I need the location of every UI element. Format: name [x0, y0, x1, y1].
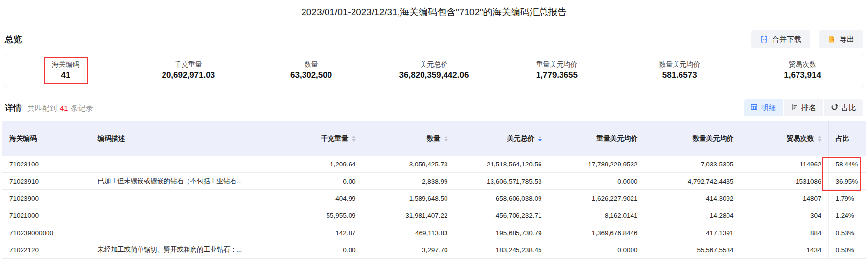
export-file-icon [828, 35, 836, 43]
sort-asc-icon [538, 136, 542, 138]
column-label: 编码描述 [98, 134, 125, 143]
table-row[interactable]: 71023900 404.99 1,589,648.50 658,606,038… [2, 190, 866, 207]
usd-per-weight-cell: 17,789,229.9532 [549, 156, 645, 173]
stat-value: 1,673,914 [784, 70, 821, 81]
trade-count-cell: 304 [741, 207, 828, 224]
column-label: 海关编码 [9, 134, 37, 143]
sort-desc-icon-active [538, 139, 542, 142]
kg-weight-cell: 1,209.64 [271, 156, 363, 173]
ranking-icon [791, 103, 798, 112]
description-cell [91, 207, 271, 224]
kg-weight-cell: 142.87 [271, 224, 363, 241]
hs-code-cell: 71023100 [2, 156, 91, 173]
usd-total-cell: 183,245,238.45 [455, 241, 549, 259]
merge-download-button[interactable]: 合并下载 [751, 30, 810, 48]
table-icon [751, 103, 758, 112]
tab-detail[interactable]: 明细 [744, 99, 783, 116]
stat-label: 千克重量 [162, 59, 215, 69]
quantity-cell: 1,589,648.50 [363, 190, 455, 207]
overview-header: 总览 合并下载 [0, 29, 868, 49]
column-label: 数量 [427, 134, 441, 143]
tab-detail-label: 明细 [761, 103, 776, 113]
sort-icons [818, 136, 821, 142]
ratio-cell: 36.95% [828, 173, 866, 190]
match-count: 41 [60, 104, 68, 112]
export-button[interactable]: 导出 [819, 30, 863, 48]
column-label: 占比 [836, 134, 849, 143]
usd-per-quantity-cell: 55,567.5534 [645, 241, 741, 259]
trade-count-cell: 14807 [741, 190, 828, 207]
usd-total-cell: 456,706,232.71 [455, 207, 549, 224]
merge-download-label: 合并下载 [772, 35, 801, 44]
kg-weight-cell: 404.99 [271, 190, 363, 207]
table-row[interactable]: 71023100 1,209.64 3,059,425.73 21,518,56… [2, 156, 866, 173]
ratio-cell: 0.50% [828, 241, 866, 259]
overview-actions: 合并下载 导出 [751, 30, 863, 48]
quantity-cell: 3,297.70 [363, 241, 455, 259]
usd-per-weight-cell: 8,162.0141 [549, 207, 645, 224]
column-label: 美元总价 [507, 134, 535, 143]
description-cell [91, 190, 271, 207]
sort-asc-icon [352, 136, 356, 138]
stat-label: 海关编码 [52, 59, 79, 69]
stat-label: 数量美元均价 [659, 59, 700, 69]
table-row[interactable]: 71022120 未经加工或简单锯切、劈开或粗磨的工业钻石：... 0.00 3… [2, 241, 866, 259]
overview-stats-card: 海关编码 41 千克重量 20,692,971.03 数量 63,302,500… [4, 54, 864, 87]
tab-ratio[interactable]: 占比 [824, 99, 863, 116]
usd-total-cell: 195,685,730.79 [455, 224, 549, 241]
usd-per-quantity-cell: 7,033.5305 [645, 156, 741, 173]
description-cell [91, 224, 271, 241]
trade-count-cell: 884 [741, 224, 828, 241]
hs-code-cell: 710239000000 [2, 224, 91, 241]
column-label: 贸易次数 [787, 134, 814, 143]
table-row[interactable]: 71023910 已加工但未镶嵌或镶嵌的钻石（不包括工业钻石... 0.00 2… [2, 173, 866, 190]
usd-per-quantity-cell: 414.3092 [645, 190, 741, 207]
column-header-kg-weight[interactable]: 千克重量 [271, 121, 363, 156]
data-table: 海关编码 编码描述 千克重量 数量 美元总价 重量美元均价 [2, 121, 866, 259]
column-header-trade-count[interactable]: 贸易次数 [741, 121, 828, 156]
column-header-quantity[interactable]: 数量 [363, 121, 455, 156]
stat-value: 36,820,359,442.06 [399, 70, 469, 81]
stat-value: 41 [52, 70, 79, 81]
quantity-cell: 3,059,425.73 [363, 156, 455, 173]
stat-value: 581.6573 [659, 70, 700, 81]
usd-per-weight-cell: 1,369,676.8446 [549, 224, 645, 241]
column-header-usd-total[interactable]: 美元总价 [455, 121, 549, 156]
stat-usd-total: 美元总价 36,820,359,442.06 [373, 57, 495, 84]
column-label: 数量美元均价 [693, 134, 734, 143]
match-count-text: 共匹配到41条记录 [27, 104, 93, 113]
stat-label: 数量 [290, 59, 332, 69]
stat-hs-code: 海关编码 41 [4, 57, 127, 84]
sort-desc-icon [444, 139, 448, 142]
pie-chart-icon [831, 103, 838, 112]
column-label: 重量美元均价 [597, 134, 638, 143]
usd-total-cell: 13,606,571,785.53 [455, 173, 549, 190]
quantity-cell: 31,981,407.22 [363, 207, 455, 224]
column-header-usd-per-weight: 重量美元均价 [549, 121, 645, 156]
description-cell: 已加工但未镶嵌或镶嵌的钻石（不包括工业钻石... [91, 173, 271, 190]
table-row[interactable]: 71021000 55,955.09 31,981,407.22 456,706… [2, 207, 866, 224]
table-row[interactable]: 710239000000 142.87 469,113.83 195,685,7… [2, 224, 866, 241]
stat-usd-per-weight: 重量美元均价 1,779.3655 [495, 57, 618, 84]
view-mode-switcher: 明细 排名 占比 [744, 99, 863, 116]
hs-code-cell: 71023910 [2, 173, 91, 190]
tab-ranking[interactable]: 排名 [784, 99, 823, 116]
detail-table-wrap: 海关编码 编码描述 千克重量 数量 美元总价 重量美元均价 [2, 121, 866, 259]
kg-weight-cell: 0.00 [271, 173, 363, 190]
usd-per-quantity-cell: 417.1391 [645, 224, 741, 241]
trade-count-cell: 1531086 [741, 173, 828, 190]
hs-code-cell: 71021000 [2, 207, 91, 224]
export-label: 导出 [840, 35, 854, 44]
usd-per-weight-cell: 0.0000 [549, 173, 645, 190]
stat-usd-per-quantity: 数量美元均价 581.6573 [618, 57, 741, 84]
description-cell [91, 156, 271, 173]
stat-label: 美元总价 [399, 59, 469, 69]
detail-section-title: 详情 [5, 102, 22, 114]
stat-value: 20,692,971.03 [162, 70, 215, 81]
usd-total-cell: 658,606,038.09 [455, 190, 549, 207]
usd-per-weight-cell: 1,626,227.9021 [549, 190, 645, 207]
stat-label: 贸易次数 [784, 59, 821, 69]
column-header-ratio: 占比 [828, 121, 866, 156]
usd-per-quantity-cell: 14.2804 [645, 207, 741, 224]
sort-icons [538, 136, 542, 142]
